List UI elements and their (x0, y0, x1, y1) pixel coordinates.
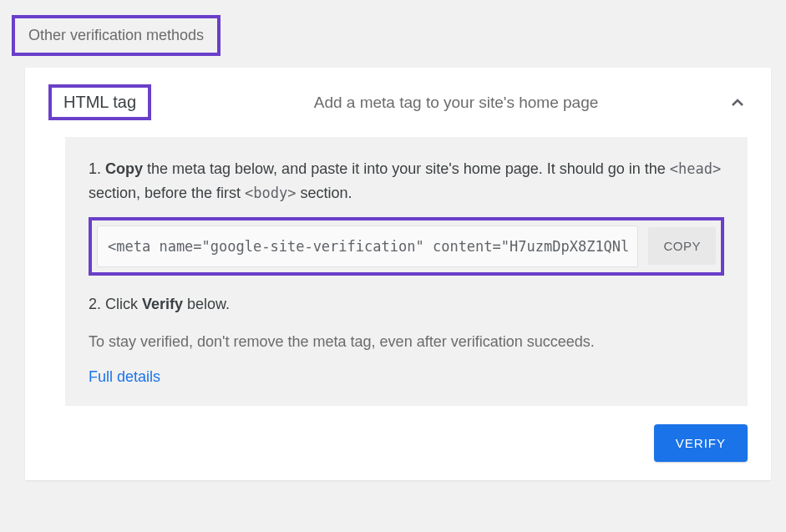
head-code: <head> (670, 160, 721, 177)
other-methods-title: Other verification methods (12, 15, 221, 56)
verify-button[interactable]: VERIFY (654, 424, 748, 462)
chevron-up-icon (728, 93, 748, 113)
copy-button[interactable]: COPY (648, 227, 716, 265)
verification-card: HTML tag Add a meta tag to your site's h… (25, 68, 771, 480)
meta-tag-highlight: <meta name="google-site-verification" co… (89, 217, 724, 276)
meta-tag-input[interactable]: <meta name="google-site-verification" co… (97, 225, 638, 267)
footer-actions: VERIFY (25, 406, 771, 480)
accordion-header[interactable]: HTML tag Add a meta tag to your site's h… (25, 68, 771, 137)
verification-note: To stay verified, don't remove the meta … (89, 331, 724, 353)
step-2-text: 2. Click Verify below. (89, 292, 724, 317)
body-code: <body> (245, 185, 296, 201)
full-details-link[interactable]: Full details (89, 368, 160, 385)
method-name: HTML tag (48, 84, 151, 120)
step-1-text: 1. Copy the meta tag below, and paste it… (89, 157, 724, 205)
method-description: Add a meta tag to your site's home page (151, 94, 728, 112)
accordion-panel: 1. Copy the meta tag below, and paste it… (65, 137, 748, 406)
